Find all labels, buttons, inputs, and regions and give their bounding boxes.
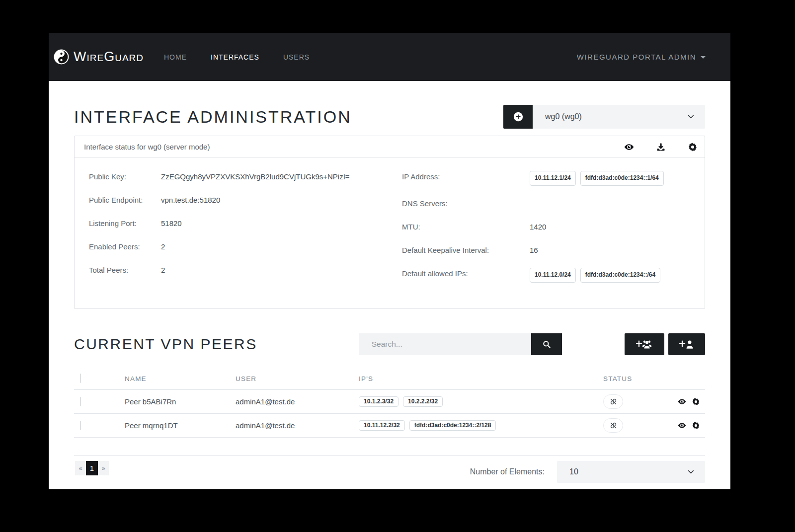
view-config-button[interactable] xyxy=(624,142,634,152)
ip-badge: 10.11.12.0/24 xyxy=(530,268,576,283)
add-interface-button[interactable] xyxy=(503,105,533,129)
peer-user: adminA1@test.de xyxy=(236,397,359,406)
pagination: « 1 » xyxy=(75,461,109,475)
detail-enabled-peers: Enabled Peers: 2 xyxy=(89,241,377,252)
detail-allowed-ips: Default allowed IPs: 10.11.12.0/24 fdfd:… xyxy=(402,268,690,283)
enabled-peers-value: 2 xyxy=(161,241,165,252)
interface-details-left: Public Key: ZzEGQgyh8yVPZXVKSXhVrgB2lud9… xyxy=(89,171,377,295)
card-header-title: Interface status for wg0 (server mode) xyxy=(84,143,210,151)
detail-public-key: Public Key: ZzEGQgyh8yVPZXVKSXhVrgB2lud9… xyxy=(89,171,377,182)
nav-item-interfaces[interactable]: INTERFACES xyxy=(211,53,259,61)
listening-port-value: 51820 xyxy=(161,218,182,229)
add-multiple-peers-button[interactable] xyxy=(625,333,664,355)
pagination-page-1[interactable]: 1 xyxy=(86,461,98,475)
table-row: Peer mqrnq1DT adminA1@test.de 10.11.12.2… xyxy=(74,414,705,438)
select-all-checkbox[interactable] xyxy=(80,374,81,383)
eye-icon xyxy=(678,397,686,406)
chevron-down-icon xyxy=(687,113,695,121)
link-slash-icon xyxy=(610,398,617,405)
peers-section-title: CURRENT VPN PEERS xyxy=(74,336,257,353)
detail-public-endpoint: Public Endpoint: vpn.test.de:51820 xyxy=(89,194,377,206)
detail-ip-address: IP Address: 10.11.12.1/24 fdfd:d3ad:c0de… xyxy=(402,171,690,186)
user-menu-label: WIREGUARD PORTAL ADMIN xyxy=(577,53,696,61)
download-icon xyxy=(656,142,666,152)
chevron-down-icon xyxy=(687,468,695,476)
user-menu-dropdown[interactable]: WIREGUARD PORTAL ADMIN xyxy=(577,53,706,61)
ip-badge: 10.11.12.1/24 xyxy=(530,171,576,186)
peer-name: Peer b5ABi7Rn xyxy=(125,397,236,406)
link-slash-icon xyxy=(610,422,617,429)
gear-icon xyxy=(688,142,698,152)
eye-icon xyxy=(624,142,634,152)
peer-ip-badge: 10.11.12.2/32 xyxy=(359,420,405,431)
gear-icon xyxy=(692,397,700,406)
public-endpoint-value: vpn.test.de:51820 xyxy=(161,194,220,206)
elements-count-value: 10 xyxy=(557,467,578,476)
detail-dns-servers: DNS Servers: xyxy=(402,198,690,209)
col-header-name: NAME xyxy=(125,375,236,382)
add-user-icon xyxy=(679,339,694,350)
brand[interactable]: WireGuard xyxy=(54,49,144,65)
col-header-status: STATUS xyxy=(603,375,678,382)
peer-user: adminA1@test.de xyxy=(236,421,359,430)
elements-count-select[interactable]: 10 xyxy=(557,461,705,483)
col-header-ips: IP'S xyxy=(359,375,603,382)
pagination-next-button[interactable]: » xyxy=(98,461,109,475)
total-peers-value: 2 xyxy=(161,264,165,276)
page-title: INTERFACE ADMINISTRATION xyxy=(74,107,352,127)
mtu-value: 1420 xyxy=(530,221,546,232)
peer-ip-badge: 10.2.2.2/32 xyxy=(403,396,443,407)
view-peer-button[interactable] xyxy=(678,397,686,406)
gear-icon xyxy=(692,421,700,430)
row-checkbox[interactable] xyxy=(80,421,81,430)
status-badge xyxy=(603,418,623,433)
status-badge xyxy=(603,394,623,409)
caret-down-icon xyxy=(701,56,706,59)
table-row: Peer b5ABi7Rn adminA1@test.de 10.1.2.3/3… xyxy=(74,390,705,414)
app-window: WireGuard HOME INTERFACES USERS WIREGUAR… xyxy=(49,33,730,489)
wireguard-logo-icon xyxy=(54,49,69,65)
edit-interface-button[interactable] xyxy=(688,142,698,152)
main-nav: HOME INTERFACES USERS xyxy=(164,53,310,61)
detail-mtu: MTU: 1420 xyxy=(402,221,690,232)
ip-badge: fdfd:d3ad:c0de:1234::1/64 xyxy=(580,171,664,186)
download-config-button[interactable] xyxy=(656,142,666,152)
peers-table: NAME USER IP'S STATUS Peer b5ABi7Rn admi… xyxy=(74,368,705,456)
peer-ip-badge: 10.1.2.3/32 xyxy=(359,396,398,407)
view-peer-button[interactable] xyxy=(678,421,686,430)
eye-icon xyxy=(678,421,686,430)
elements-count-label: Number of Elements: xyxy=(470,467,545,476)
nav-item-home[interactable]: HOME xyxy=(164,53,187,61)
pagination-prev-button[interactable]: « xyxy=(75,461,86,475)
interface-select[interactable]: wg0 (wg0) xyxy=(533,105,705,129)
add-peer-button[interactable] xyxy=(668,333,705,355)
plus-circle-icon xyxy=(513,111,524,122)
peer-name: Peer mqrnq1DT xyxy=(125,421,236,430)
detail-keepalive: Default Keepalive Interval: 16 xyxy=(402,244,690,256)
col-header-user: USER xyxy=(236,375,359,382)
detail-listening-port: Listening Port: 51820 xyxy=(89,218,377,229)
table-empty-area xyxy=(74,438,705,456)
interface-status-card: Interface status for wg0 (server mode) xyxy=(74,136,705,309)
detail-total-peers: Total Peers: 2 xyxy=(89,264,377,276)
edit-peer-button[interactable] xyxy=(692,421,700,430)
interface-select-value: wg0 (wg0) xyxy=(533,112,582,121)
search-button[interactable] xyxy=(531,333,562,355)
nav-item-users[interactable]: USERS xyxy=(283,53,310,61)
ip-badge: fdfd:d3ad:c0de:1234::/64 xyxy=(580,268,660,283)
keepalive-value: 16 xyxy=(530,244,538,256)
search-icon xyxy=(542,340,551,349)
peer-ip-badge: fdfd:d3ad:c0de:1234::2/128 xyxy=(409,420,496,431)
add-users-icon xyxy=(636,339,653,350)
brand-name: WireGuard xyxy=(74,49,144,65)
search-input[interactable] xyxy=(359,333,531,355)
public-key-value: ZzEGQgyh8yVPZXVKSXhVrgB2lud9CVjTUGk9s+NP… xyxy=(161,171,350,182)
row-checkbox[interactable] xyxy=(80,397,81,406)
navbar: WireGuard HOME INTERFACES USERS WIREGUAR… xyxy=(49,33,730,81)
interface-details-right: IP Address: 10.11.12.1/24 fdfd:d3ad:c0de… xyxy=(402,171,690,295)
edit-peer-button[interactable] xyxy=(692,397,700,406)
